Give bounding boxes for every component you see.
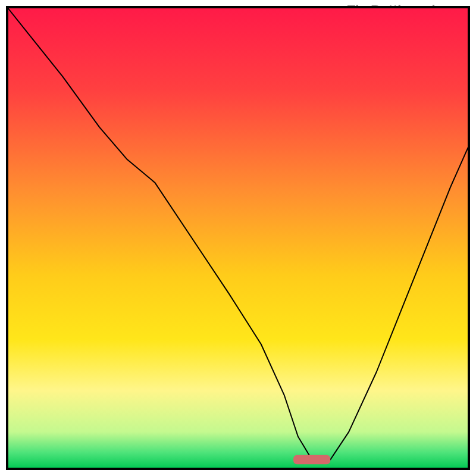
bottleneck-chart [0,0,476,476]
optimal-marker [293,455,330,465]
plot-area [7,7,469,469]
chart-container: TheBottleneck.com [0,0,476,476]
gradient-background [7,7,469,469]
